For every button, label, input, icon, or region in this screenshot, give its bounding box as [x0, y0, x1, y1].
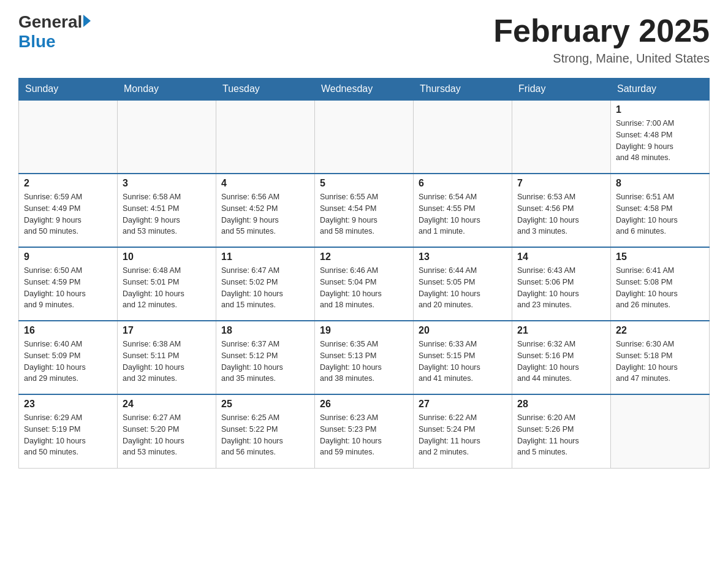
calendar-cell: 1Sunrise: 7:00 AM Sunset: 4:48 PM Daylig…	[611, 100, 710, 174]
day-info: Sunrise: 6:59 AM Sunset: 4:49 PM Dayligh…	[24, 191, 112, 237]
calendar-cell: 23Sunrise: 6:29 AM Sunset: 5:19 PM Dayli…	[19, 394, 118, 468]
calendar-cell: 7Sunrise: 6:53 AM Sunset: 4:56 PM Daylig…	[512, 174, 611, 247]
day-info: Sunrise: 6:47 AM Sunset: 5:02 PM Dayligh…	[221, 265, 309, 311]
day-number: 27	[419, 399, 507, 410]
day-info: Sunrise: 6:40 AM Sunset: 5:09 PM Dayligh…	[24, 339, 112, 385]
day-number: 24	[123, 399, 211, 410]
day-info: Sunrise: 6:56 AM Sunset: 4:52 PM Dayligh…	[221, 191, 309, 237]
day-header-wednesday: Wednesday	[315, 79, 414, 101]
day-info: Sunrise: 6:51 AM Sunset: 4:58 PM Dayligh…	[616, 191, 704, 237]
day-info: Sunrise: 6:50 AM Sunset: 4:59 PM Dayligh…	[24, 265, 112, 311]
calendar-cell: 18Sunrise: 6:37 AM Sunset: 5:12 PM Dayli…	[216, 321, 315, 394]
day-number: 17	[123, 325, 211, 336]
day-number: 7	[517, 178, 605, 189]
day-info: Sunrise: 6:48 AM Sunset: 5:01 PM Dayligh…	[123, 265, 211, 311]
day-info: Sunrise: 6:44 AM Sunset: 5:05 PM Dayligh…	[419, 265, 507, 311]
calendar-cell: 6Sunrise: 6:54 AM Sunset: 4:55 PM Daylig…	[414, 174, 512, 247]
day-info: Sunrise: 6:25 AM Sunset: 5:22 PM Dayligh…	[221, 412, 309, 458]
day-info: Sunrise: 6:27 AM Sunset: 5:20 PM Dayligh…	[123, 412, 211, 458]
day-number: 4	[221, 178, 309, 189]
logo-blue-text: Blue	[18, 32, 56, 52]
day-number: 5	[320, 178, 408, 189]
calendar-cell: 20Sunrise: 6:33 AM Sunset: 5:15 PM Dayli…	[414, 321, 512, 394]
day-info: Sunrise: 6:37 AM Sunset: 5:12 PM Dayligh…	[221, 339, 309, 385]
calendar-cell: 3Sunrise: 6:58 AM Sunset: 4:51 PM Daylig…	[118, 174, 216, 247]
calendar-cell: 21Sunrise: 6:32 AM Sunset: 5:16 PM Dayli…	[512, 321, 611, 394]
day-info: Sunrise: 6:54 AM Sunset: 4:55 PM Dayligh…	[419, 191, 507, 237]
calendar-cell: 15Sunrise: 6:41 AM Sunset: 5:08 PM Dayli…	[611, 247, 710, 321]
day-info: Sunrise: 6:20 AM Sunset: 5:26 PM Dayligh…	[517, 412, 605, 458]
day-number: 26	[320, 399, 408, 410]
calendar-cell	[414, 100, 512, 174]
calendar-cell: 17Sunrise: 6:38 AM Sunset: 5:11 PM Dayli…	[118, 321, 216, 394]
calendar-cell: 11Sunrise: 6:47 AM Sunset: 5:02 PM Dayli…	[216, 247, 315, 321]
week-row-3: 9Sunrise: 6:50 AM Sunset: 4:59 PM Daylig…	[19, 247, 710, 321]
calendar-table: SundayMondayTuesdayWednesdayThursdayFrid…	[18, 78, 710, 469]
week-row-1: 1Sunrise: 7:00 AM Sunset: 4:48 PM Daylig…	[19, 100, 710, 174]
logo-blue-container	[82, 17, 91, 27]
logo-general-text: General	[18, 12, 82, 32]
day-number: 3	[123, 178, 211, 189]
logo-triangle-icon	[83, 15, 91, 27]
calendar-cell: 22Sunrise: 6:30 AM Sunset: 5:18 PM Dayli…	[611, 321, 710, 394]
calendar-cell: 19Sunrise: 6:35 AM Sunset: 5:13 PM Dayli…	[315, 321, 414, 394]
day-number: 15	[616, 251, 704, 262]
calendar-cell	[118, 100, 216, 174]
day-info: Sunrise: 6:46 AM Sunset: 5:04 PM Dayligh…	[320, 265, 408, 311]
day-info: Sunrise: 6:32 AM Sunset: 5:16 PM Dayligh…	[517, 339, 605, 385]
day-number: 23	[24, 399, 112, 410]
day-info: Sunrise: 6:29 AM Sunset: 5:19 PM Dayligh…	[24, 412, 112, 458]
calendar-cell: 4Sunrise: 6:56 AM Sunset: 4:52 PM Daylig…	[216, 174, 315, 247]
calendar-cell: 27Sunrise: 6:22 AM Sunset: 5:24 PM Dayli…	[414, 394, 512, 468]
day-number: 20	[419, 325, 507, 336]
month-title: February 2025	[493, 12, 710, 49]
day-info: Sunrise: 6:35 AM Sunset: 5:13 PM Dayligh…	[320, 339, 408, 385]
calendar-cell: 16Sunrise: 6:40 AM Sunset: 5:09 PM Dayli…	[19, 321, 118, 394]
day-number: 25	[221, 399, 309, 410]
calendar-cell: 10Sunrise: 6:48 AM Sunset: 5:01 PM Dayli…	[118, 247, 216, 321]
day-number: 6	[419, 178, 507, 189]
day-info: Sunrise: 6:33 AM Sunset: 5:15 PM Dayligh…	[419, 339, 507, 385]
day-info: Sunrise: 6:43 AM Sunset: 5:06 PM Dayligh…	[517, 265, 605, 311]
title-section: February 2025 Strong, Maine, United Stat…	[493, 12, 710, 66]
day-number: 18	[221, 325, 309, 336]
day-number: 11	[221, 251, 309, 262]
calendar-cell: 8Sunrise: 6:51 AM Sunset: 4:58 PM Daylig…	[611, 174, 710, 247]
calendar-cell: 5Sunrise: 6:55 AM Sunset: 4:54 PM Daylig…	[315, 174, 414, 247]
calendar-cell: 13Sunrise: 6:44 AM Sunset: 5:05 PM Dayli…	[414, 247, 512, 321]
day-number: 8	[616, 178, 704, 189]
day-header-monday: Monday	[118, 79, 216, 101]
day-number: 9	[24, 251, 112, 262]
day-header-saturday: Saturday	[611, 79, 710, 101]
day-header-tuesday: Tuesday	[216, 79, 315, 101]
day-number: 13	[419, 251, 507, 262]
calendar-cell: 2Sunrise: 6:59 AM Sunset: 4:49 PM Daylig…	[19, 174, 118, 247]
page-header: General Blue February 2025 Strong, Maine…	[18, 12, 710, 66]
day-number: 14	[517, 251, 605, 262]
day-info: Sunrise: 6:22 AM Sunset: 5:24 PM Dayligh…	[419, 412, 507, 458]
day-info: Sunrise: 6:38 AM Sunset: 5:11 PM Dayligh…	[123, 339, 211, 385]
day-number: 21	[517, 325, 605, 336]
calendar-cell	[512, 100, 611, 174]
calendar-cell	[611, 394, 710, 468]
day-info: Sunrise: 6:58 AM Sunset: 4:51 PM Dayligh…	[123, 191, 211, 237]
day-info: Sunrise: 7:00 AM Sunset: 4:48 PM Dayligh…	[616, 118, 704, 164]
day-number: 2	[24, 178, 112, 189]
day-info: Sunrise: 6:55 AM Sunset: 4:54 PM Dayligh…	[320, 191, 408, 237]
day-header-thursday: Thursday	[414, 79, 512, 101]
day-info: Sunrise: 6:30 AM Sunset: 5:18 PM Dayligh…	[616, 339, 704, 385]
week-row-5: 23Sunrise: 6:29 AM Sunset: 5:19 PM Dayli…	[19, 394, 710, 468]
calendar-cell: 28Sunrise: 6:20 AM Sunset: 5:26 PM Dayli…	[512, 394, 611, 468]
day-info: Sunrise: 6:41 AM Sunset: 5:08 PM Dayligh…	[616, 265, 704, 311]
day-info: Sunrise: 6:23 AM Sunset: 5:23 PM Dayligh…	[320, 412, 408, 458]
calendar-cell	[216, 100, 315, 174]
day-number: 28	[517, 399, 605, 410]
calendar-cell	[19, 100, 118, 174]
calendar-cell: 24Sunrise: 6:27 AM Sunset: 5:20 PM Dayli…	[118, 394, 216, 468]
day-number: 1	[616, 104, 704, 115]
calendar-cell: 25Sunrise: 6:25 AM Sunset: 5:22 PM Dayli…	[216, 394, 315, 468]
calendar-cell	[315, 100, 414, 174]
week-row-4: 16Sunrise: 6:40 AM Sunset: 5:09 PM Dayli…	[19, 321, 710, 394]
week-row-2: 2Sunrise: 6:59 AM Sunset: 4:49 PM Daylig…	[19, 174, 710, 247]
day-number: 19	[320, 325, 408, 336]
